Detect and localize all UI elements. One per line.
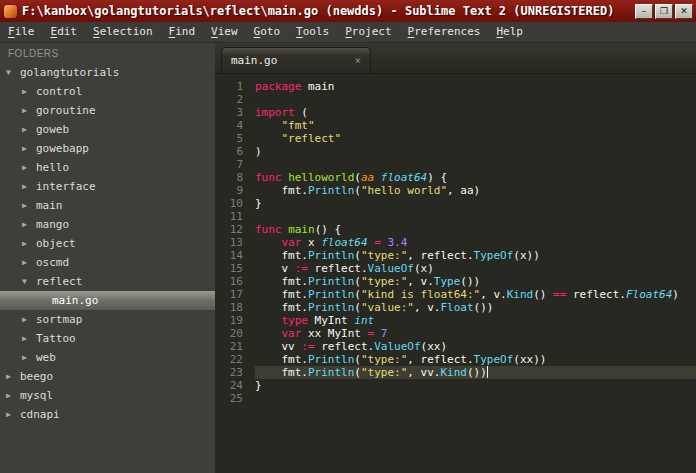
chevron-right-icon[interactable]: ▶ [6, 386, 20, 405]
code-line[interactable]: 3import ( [215, 106, 696, 119]
line-number: 7 [215, 158, 255, 171]
line-number: 24 [215, 379, 255, 392]
code-line[interactable]: 15 v := reflect.ValueOf(x) [215, 262, 696, 275]
folder-item-reflect[interactable]: ▼reflect [0, 272, 215, 291]
chevron-right-icon[interactable]: ▶ [22, 139, 36, 158]
chevron-right-icon[interactable]: ▶ [22, 101, 36, 120]
code-line[interactable]: 25 [215, 392, 696, 405]
maximize-button[interactable]: ❐ [655, 4, 673, 19]
line-content [255, 93, 696, 106]
tab-main-go[interactable]: main.go × [221, 47, 371, 73]
menu-item-preferences[interactable]: Preferences [400, 22, 489, 42]
code-line[interactable]: 16 fmt.Println("type:", v.Type()) [215, 275, 696, 288]
code-editor[interactable]: 1package main23import (4 "fmt"5 "reflect… [215, 74, 696, 473]
code-line[interactable]: 7 [215, 158, 696, 171]
code-line[interactable]: 1package main [215, 80, 696, 93]
code-line[interactable]: 6) [215, 145, 696, 158]
folder-item-beego[interactable]: ▶beego [0, 367, 215, 386]
folder-item-cdnapi[interactable]: ▶cdnapi [0, 405, 215, 424]
line-number: 15 [215, 262, 255, 275]
folder-item-goweb[interactable]: ▶goweb [0, 120, 215, 139]
folder-item-Tattoo[interactable]: ▶Tattoo [0, 329, 215, 348]
line-content: } [255, 379, 696, 392]
line-number: 6 [215, 145, 255, 158]
menu-item-find[interactable]: Find [161, 22, 204, 42]
chevron-right-icon[interactable]: ▶ [22, 196, 36, 215]
folder-item-oscmd[interactable]: ▶oscmd [0, 253, 215, 272]
code-line[interactable]: 9 fmt.Println("hello world", aa) [215, 184, 696, 197]
code-line[interactable]: 2 [215, 93, 696, 106]
code-line[interactable]: 14 fmt.Println("type:", reflect.TypeOf(x… [215, 249, 696, 262]
chevron-right-icon[interactable]: ▶ [22, 253, 36, 272]
tab-close-icon[interactable]: × [354, 54, 361, 67]
code-line[interactable]: 8func helloworld(aa float64) { [215, 171, 696, 184]
folder-item-sortmap[interactable]: ▶sortmap [0, 310, 215, 329]
line-content: func helloworld(aa float64) { [255, 171, 696, 184]
code-line[interactable]: 10} [215, 197, 696, 210]
title-bar[interactable]: F:\kanbox\golangtutorials\reflect\main.g… [0, 0, 696, 22]
folder-item-mysql[interactable]: ▶mysql [0, 386, 215, 405]
line-number: 14 [215, 249, 255, 262]
code-line[interactable]: 4 "fmt" [215, 119, 696, 132]
menu-item-goto[interactable]: Goto [246, 22, 289, 42]
code-line[interactable]: 23 fmt.Println("type:", vv.Kind()) [215, 366, 696, 379]
chevron-down-icon[interactable]: ▼ [6, 63, 20, 82]
chevron-right-icon[interactable]: ▶ [22, 234, 36, 253]
menu-item-file[interactable]: File [0, 22, 43, 42]
tree-item-label: goroutine [36, 101, 96, 120]
folder-item-hello[interactable]: ▶hello [0, 158, 215, 177]
code-line[interactable]: 19 type MyInt int [215, 314, 696, 327]
minimize-button[interactable]: – [635, 4, 653, 19]
folder-item-web[interactable]: ▶web [0, 348, 215, 367]
tree-item-label: object [36, 234, 76, 253]
folder-item-control[interactable]: ▶control [0, 82, 215, 101]
chevron-right-icon[interactable]: ▶ [22, 158, 36, 177]
chevron-right-icon[interactable]: ▶ [22, 177, 36, 196]
chevron-right-icon[interactable]: ▶ [22, 329, 36, 348]
code-line[interactable]: 22 fmt.Println("type:", reflect.TypeOf(x… [215, 353, 696, 366]
chevron-right-icon[interactable]: ▶ [22, 348, 36, 367]
line-content: fmt.Println("type:", v.Type()) [255, 275, 696, 288]
code-line[interactable]: 18 fmt.Println("value:", v.Float()) [215, 301, 696, 314]
folder-item-mango[interactable]: ▶mango [0, 215, 215, 234]
code-line[interactable]: 21 vv := reflect.ValueOf(xx) [215, 340, 696, 353]
tree-item-label: reflect [36, 272, 82, 291]
tree-item-label: hello [36, 158, 69, 177]
code-line[interactable]: 5 "reflect" [215, 132, 696, 145]
file-item-main.go[interactable]: main.go [0, 291, 215, 310]
sidebar: FOLDERS ▼golangtutorials▶control▶gorouti… [0, 43, 215, 473]
chevron-right-icon[interactable]: ▶ [6, 367, 20, 386]
line-number: 10 [215, 197, 255, 210]
folders-header: FOLDERS [0, 43, 215, 63]
code-line[interactable]: 17 fmt.Println("kind is float64:", v.Kin… [215, 288, 696, 301]
folder-item-goroutine[interactable]: ▶goroutine [0, 101, 215, 120]
chevron-right-icon[interactable]: ▶ [22, 120, 36, 139]
folder-item-interface[interactable]: ▶interface [0, 177, 215, 196]
menu-item-help[interactable]: Help [488, 22, 531, 42]
code-line[interactable]: 20 var xx MyInt = 7 [215, 327, 696, 340]
code-line[interactable]: 13 var x float64 = 3.4 [215, 236, 696, 249]
menu-item-edit[interactable]: Edit [43, 22, 86, 42]
tree-item-label: control [36, 82, 82, 101]
line-number: 1 [215, 80, 255, 93]
folder-item-golangtutorials[interactable]: ▼golangtutorials [0, 63, 215, 82]
chevron-down-icon[interactable]: ▼ [22, 272, 36, 291]
folder-item-gowebapp[interactable]: ▶gowebapp [0, 139, 215, 158]
menu-item-view[interactable]: View [203, 22, 246, 42]
chevron-right-icon[interactable]: ▶ [22, 310, 36, 329]
sublime-window: F:\kanbox\golangtutorials\reflect\main.g… [0, 0, 696, 473]
menu-item-selection[interactable]: Selection [85, 22, 161, 42]
chevron-right-icon[interactable]: ▶ [22, 82, 36, 101]
chevron-right-icon[interactable]: ▶ [22, 215, 36, 234]
window-controls: – ❐ ✕ [635, 4, 693, 19]
menu-item-tools[interactable]: Tools [288, 22, 337, 42]
line-number: 4 [215, 119, 255, 132]
code-line[interactable]: 24} [215, 379, 696, 392]
folder-item-main[interactable]: ▶main [0, 196, 215, 215]
chevron-right-icon[interactable]: ▶ [6, 405, 20, 424]
close-button[interactable]: ✕ [675, 4, 693, 19]
folder-item-object[interactable]: ▶object [0, 234, 215, 253]
code-line[interactable]: 12func main() { [215, 223, 696, 236]
code-line[interactable]: 11 [215, 210, 696, 223]
menu-item-project[interactable]: Project [337, 22, 399, 42]
